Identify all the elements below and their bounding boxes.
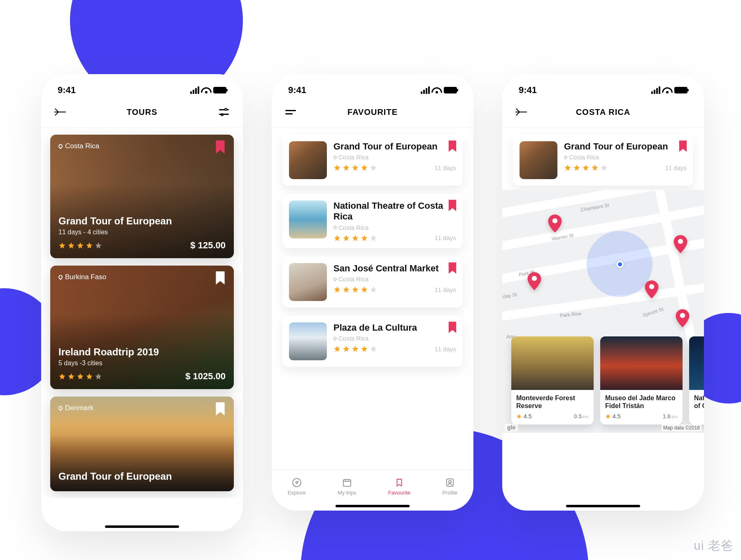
place-image [511, 336, 594, 390]
menu-button[interactable] [283, 105, 298, 119]
star-icon [333, 345, 341, 352]
brand-watermark: ui 老爸 [694, 537, 734, 554]
map-pin[interactable] [548, 215, 562, 233]
favourite-card[interactable]: Grand Tour of European Costa Rica 11 day… [282, 135, 463, 186]
tour-location: Burkina Faso [58, 273, 106, 281]
rating-stars [333, 164, 377, 171]
tour-card[interactable]: Burkina Faso Ireland Roadtrip 2019 5 day… [50, 266, 234, 389]
star-icon [95, 242, 102, 249]
map-pin[interactable] [527, 272, 542, 290]
place-title: Monteverde Forest Reserve [516, 394, 589, 411]
bookmark-button[interactable] [678, 140, 687, 153]
topbar: TOURS [41, 100, 243, 128]
thumbnail [520, 141, 557, 179]
bookmark-icon [394, 477, 405, 488]
battery-icon [444, 87, 457, 93]
home-indicator[interactable] [336, 505, 410, 507]
compass-icon [291, 477, 302, 488]
favourite-card[interactable]: San José Central Market Costa Rica 11 da… [282, 257, 463, 308]
rating-stars [333, 345, 377, 352]
favourite-card[interactable]: National Theatre of Costa Rica Costa Ric… [282, 194, 463, 248]
tour-title: Grand Tour of European [58, 215, 226, 227]
bookmark-icon [215, 402, 226, 416]
star-icon [352, 286, 359, 293]
bookmark-button[interactable] [448, 200, 457, 212]
star-icon [343, 286, 350, 293]
map-attribution: Map data ©2018 [662, 425, 701, 431]
map[interactable]: Chambers St Warren St Park Pl Park Row S… [502, 190, 704, 433]
tour-card[interactable]: Denmark Grand Tour of European [50, 397, 234, 491]
place-rating: 4.5 [516, 413, 531, 420]
bookmark-button[interactable] [448, 262, 457, 275]
star-icon [352, 164, 359, 171]
place-title: Nati of C [694, 394, 704, 411]
bookmark-button[interactable] [215, 271, 226, 285]
fav-title: National Theatre of Costa Rica [333, 201, 456, 222]
tour-subtitle: 11 days - 4 cities [58, 229, 226, 236]
favourite-card[interactable]: Plaza de La Cultura Costa Rica 11 days [282, 316, 463, 367]
tab-mytrips[interactable]: My trips [338, 477, 357, 496]
thumbnail [289, 201, 327, 238]
tours-list[interactable]: Costa Rica Grand Tour of European 11 day… [41, 128, 243, 498]
tour-price: $ 1025.00 [185, 371, 226, 382]
map-pin[interactable] [644, 280, 659, 299]
svg-point-4 [449, 481, 451, 483]
places-scroll[interactable]: Monteverde Forest Reserve 4.5 0.5km Muse… [502, 336, 704, 433]
star-icon [333, 286, 341, 293]
tab-label: Profile [442, 490, 457, 496]
home-indicator[interactable] [566, 505, 640, 507]
tour-card[interactable]: Costa Rica Grand Tour of European 11 day… [50, 135, 234, 258]
fav-title: Grand Tour of European [333, 141, 456, 152]
street-label: clay St [502, 292, 517, 300]
fav-days: 11 days [434, 234, 456, 241]
bookmark-button[interactable] [448, 322, 457, 334]
topbar: FAVOURITE [272, 100, 473, 128]
fav-days: 11 days [434, 286, 456, 293]
wifi-icon [663, 87, 672, 93]
thumbnail [289, 141, 327, 179]
signal-icon [421, 86, 430, 94]
star-icon [370, 234, 377, 242]
map-pin[interactable] [675, 309, 690, 327]
star-icon [86, 373, 93, 380]
bookmark-button[interactable] [215, 402, 226, 416]
back-button[interactable] [53, 105, 68, 119]
tab-favourite[interactable]: Favourite [388, 477, 410, 496]
place-card[interactable]: Museo del Jade Marco Fidel Tristán 4.5 1… [600, 336, 683, 425]
star-icon [370, 345, 377, 352]
status-icons [190, 86, 226, 94]
back-button[interactable] [514, 105, 529, 119]
favourite-list[interactable]: Grand Tour of European Costa Rica 11 day… [272, 128, 473, 373]
map-pin[interactable] [673, 235, 688, 253]
page-title: FAVOURITE [347, 107, 398, 117]
star-icon [343, 234, 350, 242]
pin-icon [563, 155, 568, 159]
tab-profile[interactable]: Profile [442, 477, 457, 496]
place-card[interactable]: Nati of C [689, 336, 704, 425]
tour-price: $ 125.00 [190, 240, 226, 251]
star-icon [361, 345, 368, 352]
tour-location: Denmark [58, 404, 93, 412]
page-title: COSTA RICA [576, 107, 630, 117]
featured-card[interactable]: Grand Tour of European Costa Rica 11 day… [513, 135, 693, 186]
tour-title: Ireland Roadtrip 2019 [58, 346, 226, 358]
bookmark-button[interactable] [215, 140, 226, 154]
fav-location: Costa Rica [333, 224, 456, 231]
pin-icon [333, 277, 337, 281]
star-icon [333, 164, 341, 171]
pin-icon [58, 405, 63, 411]
bookmark-icon [448, 140, 457, 153]
home-indicator[interactable] [105, 525, 179, 528]
place-card[interactable]: Monteverde Forest Reserve 4.5 0.5km [511, 336, 594, 425]
place-distance: 0.5km [574, 413, 589, 420]
tour-location: Costa Rica [58, 142, 99, 150]
bookmark-button[interactable] [448, 140, 457, 153]
calendar-icon [342, 477, 352, 488]
tab-label: Favourite [388, 490, 410, 496]
tab-explore[interactable]: Explore [288, 477, 306, 496]
filter-button[interactable] [217, 105, 231, 119]
pin-icon [333, 225, 337, 230]
street-label: Spruce St [642, 306, 664, 318]
menu-icon [285, 108, 296, 117]
fav-location: Costa Rica [333, 154, 456, 161]
